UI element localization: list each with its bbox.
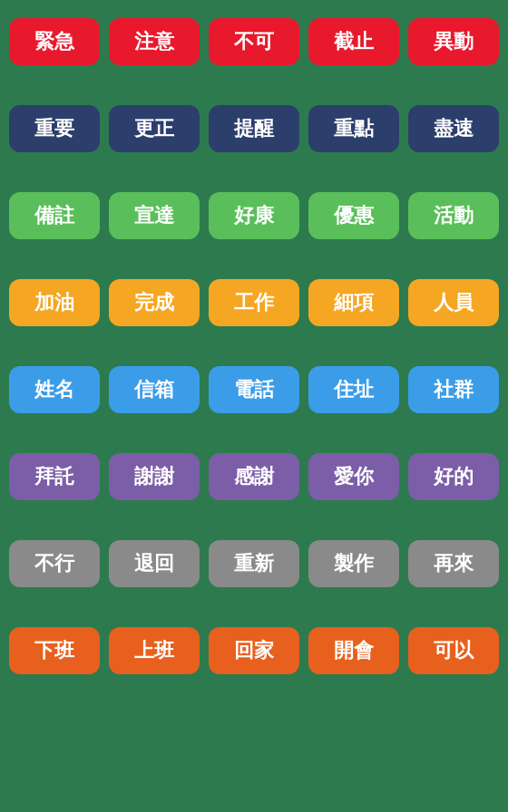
badge-3-3[interactable]: 細項 <box>308 279 399 326</box>
row-spacer <box>9 82 499 89</box>
row-spacer <box>9 343 499 350</box>
badge-6-3[interactable]: 製作 <box>308 540 399 587</box>
badge-5-2[interactable]: 感謝 <box>209 453 299 500</box>
badge-4-4[interactable]: 社群 <box>408 366 499 413</box>
badge-2-1[interactable]: 宣達 <box>109 192 200 239</box>
badge-6-2[interactable]: 重新 <box>209 540 299 587</box>
badge-2-0[interactable]: 備註 <box>9 192 100 239</box>
badge-grid: 緊急注意不可截止異動重要更正提醒重點盡速備註宣達好康優惠活動加油完成工作細項人員… <box>9 18 499 674</box>
badge-0-4[interactable]: 異動 <box>408 18 499 65</box>
badge-1-4[interactable]: 盡速 <box>408 105 499 152</box>
badge-1-1[interactable]: 更正 <box>109 105 200 152</box>
badge-6-0[interactable]: 不行 <box>9 540 100 587</box>
row-spacer <box>9 604 499 611</box>
badge-1-0[interactable]: 重要 <box>9 105 100 152</box>
badge-5-0[interactable]: 拜託 <box>9 453 100 500</box>
badge-5-1[interactable]: 謝謝 <box>109 453 200 500</box>
badge-5-3[interactable]: 愛你 <box>308 453 399 500</box>
badge-7-1[interactable]: 上班 <box>109 627 200 674</box>
badge-4-0[interactable]: 姓名 <box>9 366 100 413</box>
badge-2-2[interactable]: 好康 <box>209 192 299 239</box>
badge-7-4[interactable]: 可以 <box>408 627 499 674</box>
badge-3-0[interactable]: 加油 <box>9 279 100 326</box>
badge-0-3[interactable]: 截止 <box>308 18 399 65</box>
badge-0-2[interactable]: 不可 <box>209 18 299 65</box>
row-spacer <box>9 517 499 524</box>
badge-7-2[interactable]: 回家 <box>209 627 299 674</box>
badge-1-2[interactable]: 提醒 <box>209 105 299 152</box>
row-spacer <box>9 430 499 437</box>
badge-3-2[interactable]: 工作 <box>209 279 299 326</box>
badge-6-1[interactable]: 退回 <box>109 540 200 587</box>
badge-3-4[interactable]: 人員 <box>408 279 499 326</box>
badge-0-0[interactable]: 緊急 <box>9 18 100 65</box>
badge-2-3[interactable]: 優惠 <box>308 192 399 239</box>
badge-2-4[interactable]: 活動 <box>408 192 499 239</box>
badge-0-1[interactable]: 注意 <box>109 18 200 65</box>
badge-7-3[interactable]: 開會 <box>308 627 399 674</box>
badge-7-0[interactable]: 下班 <box>9 627 100 674</box>
badge-1-3[interactable]: 重點 <box>308 105 399 152</box>
badge-4-1[interactable]: 信箱 <box>109 366 200 413</box>
badge-6-4[interactable]: 再來 <box>408 540 499 587</box>
row-spacer <box>9 256 499 263</box>
badge-5-4[interactable]: 好的 <box>408 453 499 500</box>
badge-4-2[interactable]: 電話 <box>209 366 299 413</box>
badge-4-3[interactable]: 住址 <box>308 366 399 413</box>
badge-3-1[interactable]: 完成 <box>109 279 200 326</box>
row-spacer <box>9 169 499 176</box>
